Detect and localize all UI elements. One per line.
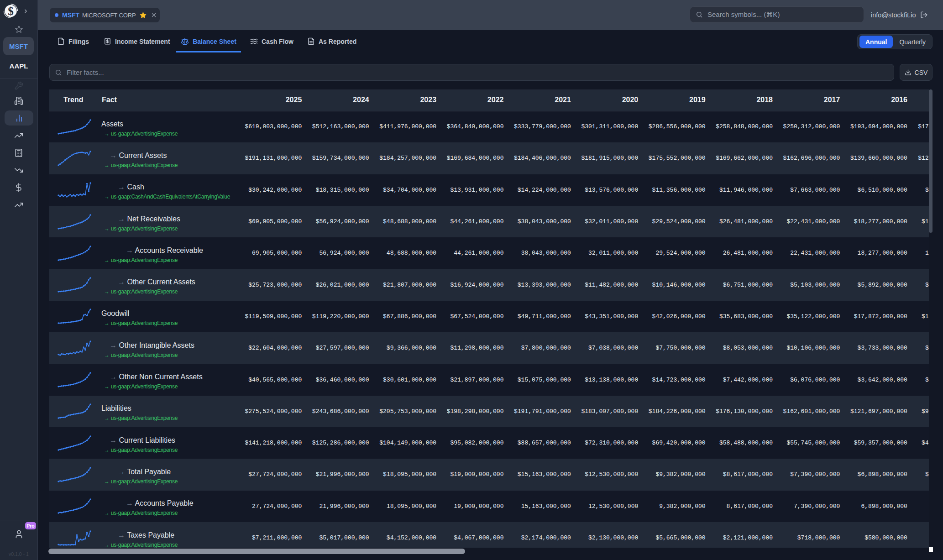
svg-text:$: $ <box>8 5 14 17</box>
